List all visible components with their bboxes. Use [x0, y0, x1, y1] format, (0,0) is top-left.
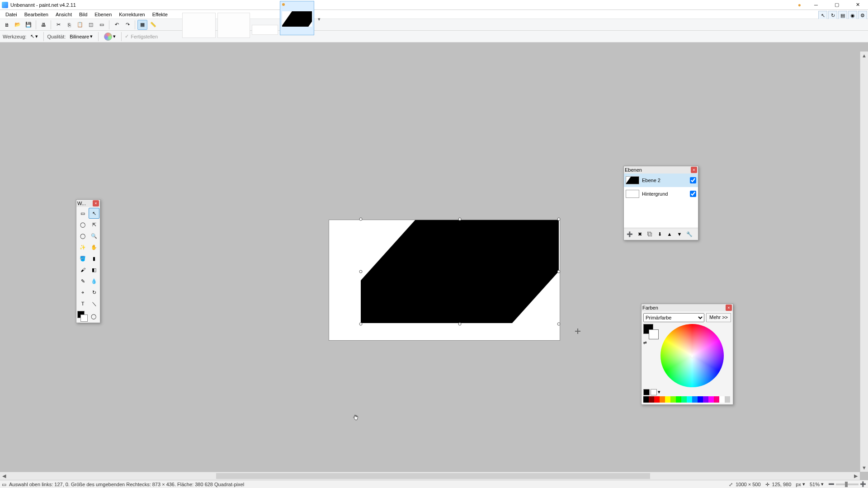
panel-close-icon[interactable]: ×	[691, 167, 697, 173]
black-swatch[interactable]	[643, 389, 650, 395]
color-picker-tool-icon[interactable]: 💧	[89, 276, 99, 286]
palette-dropdown-icon[interactable]: ▾	[658, 389, 662, 395]
menu-ebenen[interactable]: Ebenen	[91, 11, 115, 18]
layer-row[interactable]: Hintergrund	[624, 187, 698, 201]
brush-tool-icon[interactable]: 🖌	[77, 264, 88, 275]
menu-effekte[interactable]: Effekte	[149, 11, 171, 18]
palette-swatch[interactable]	[719, 396, 725, 403]
toggle-tools-icon[interactable]: ↖	[818, 11, 827, 20]
settings-icon[interactable]: ⚙	[858, 11, 867, 20]
pan-tool-icon[interactable]: ✋	[89, 242, 99, 253]
deselect-icon[interactable]: ▭	[97, 20, 107, 30]
move-handle-icon[interactable]	[575, 328, 580, 334]
handle-nw[interactable]	[359, 218, 363, 221]
clone-tool-icon[interactable]: ⌖	[77, 287, 88, 298]
line-tool-icon[interactable]: ＼	[89, 298, 99, 309]
magic-wand-tool-icon[interactable]: ✨	[77, 242, 88, 253]
horizontal-scrollbar[interactable]: ◀ ▶	[0, 472, 860, 480]
crop-icon[interactable]: ◫	[86, 20, 96, 30]
gradient-tool-icon[interactable]: ▮	[89, 253, 99, 264]
scroll-up-icon[interactable]: ▲	[860, 52, 868, 60]
layer-visibility-checkbox[interactable]	[690, 191, 696, 197]
palette-swatch[interactable]	[687, 396, 692, 403]
handle-e[interactable]	[557, 270, 561, 273]
canvas[interactable]	[329, 220, 560, 340]
redo-icon[interactable]: ↷	[123, 20, 132, 30]
palette-swatch[interactable]	[643, 396, 649, 403]
zoom-out-icon[interactable]: ➖	[828, 481, 835, 487]
unit-picker[interactable]: px▾	[796, 481, 805, 487]
new-file-icon[interactable]: 🗎	[2, 20, 12, 30]
toggle-layers-icon[interactable]: ▤	[838, 11, 847, 20]
layer-row[interactable]: Ebene 2	[624, 174, 698, 187]
thumb-placeholder[interactable]	[182, 13, 216, 38]
open-file-icon[interactable]: 📂	[13, 20, 23, 30]
thumb-overflow-icon[interactable]: ▾	[316, 5, 322, 33]
panel-close-icon[interactable]: ×	[726, 305, 732, 311]
undo-icon[interactable]: ↶	[112, 20, 122, 30]
palette-swatch[interactable]	[676, 396, 681, 403]
layer-properties-icon[interactable]: 🔧	[685, 230, 694, 239]
ellipse-select-tool-icon[interactable]: ◯	[77, 230, 88, 241]
lasso-tool-icon[interactable]: ◯	[77, 219, 88, 230]
delete-layer-icon[interactable]: ✖	[635, 230, 644, 239]
panel-close-icon[interactable]: ×	[93, 200, 99, 206]
handle-se[interactable]	[557, 323, 561, 326]
color-mode-select[interactable]: Primärfarbe	[643, 313, 704, 322]
selection-box[interactable]	[361, 219, 559, 324]
scroll-down-icon[interactable]: ▼	[860, 464, 868, 472]
tool-picker[interactable]: ↖ ▾	[28, 33, 40, 40]
color-swatches-icon[interactable]	[77, 311, 88, 322]
print-icon[interactable]: 🖶	[38, 20, 48, 30]
menu-bild[interactable]: Bild	[75, 11, 91, 18]
vertical-scrollbar[interactable]: ▲ ▼	[860, 52, 868, 472]
layers-panel[interactable]: Ebenen × Ebene 2 Hintergrund ➕ ✖ ⿻ ⬇ ▲ ▼…	[623, 166, 698, 240]
thumb-placeholder-2[interactable]	[217, 13, 250, 38]
more-button[interactable]: Mehr >>	[706, 313, 731, 322]
pencil-tool-icon[interactable]: ✎	[77, 276, 88, 286]
scroll-left-icon[interactable]: ◀	[0, 472, 8, 480]
palette-swatch[interactable]	[665, 396, 670, 403]
copy-icon[interactable]: ⎘	[64, 20, 74, 30]
save-file-icon[interactable]: 💾	[24, 20, 33, 30]
colors-panel[interactable]: Farben × Primärfarbe Mehr >> ⇄ ▾	[641, 304, 733, 405]
move-selection-tool-icon[interactable]: ⇱	[89, 219, 99, 230]
palette-swatch[interactable]	[692, 396, 698, 403]
palette-swatch[interactable]	[670, 396, 676, 403]
palette-swatch[interactable]	[714, 396, 719, 403]
paint-bucket-tool-icon[interactable]: 🪣	[77, 253, 88, 264]
toggle-history-icon[interactable]: ↻	[828, 11, 837, 20]
palette-swatch[interactable]	[654, 396, 660, 403]
palette-swatch[interactable]	[698, 396, 703, 403]
maximize-button[interactable]: ▢	[826, 0, 847, 10]
zoom-tool-icon[interactable]: 🔍	[89, 230, 99, 241]
grid-icon[interactable]: ▦	[137, 20, 147, 30]
scroll-right-icon[interactable]: ▶	[852, 472, 860, 480]
move-up-icon[interactable]: ▲	[665, 230, 674, 239]
menu-korrekturen[interactable]: Korrekturen	[115, 11, 148, 18]
white-swatch[interactable]	[651, 389, 657, 395]
zoom-picker[interactable]: 51%▾	[810, 481, 824, 487]
handle-w[interactable]	[359, 270, 363, 273]
zoom-slider[interactable]	[836, 483, 859, 485]
palette-swatch[interactable]	[708, 396, 714, 403]
duplicate-layer-icon[interactable]: ⿻	[645, 230, 654, 239]
sampling-picker[interactable]: ▾	[102, 32, 118, 42]
ruler-icon[interactable]: 📏	[148, 20, 158, 30]
palette-swatch[interactable]	[649, 396, 654, 403]
merge-down-icon[interactable]: ⬇	[655, 230, 664, 239]
hscroll-thumb[interactable]	[216, 473, 650, 479]
palette-swatch[interactable]	[703, 396, 708, 403]
minimize-button[interactable]: ─	[806, 0, 826, 10]
thumb-placeholder-3[interactable]	[252, 25, 278, 35]
primary-secondary-swatch[interactable]	[643, 324, 659, 339]
eraser-tool-icon[interactable]: ◧	[89, 264, 99, 275]
recolor-tool-icon[interactable]: ↻	[89, 287, 99, 298]
paste-icon[interactable]: 📋	[75, 20, 85, 30]
menu-datei[interactable]: Datei	[2, 11, 21, 18]
handle-ne[interactable]	[557, 218, 561, 221]
shapes-tool-icon[interactable]: ◯	[89, 311, 99, 322]
menu-ansicht[interactable]: Ansicht	[52, 11, 75, 18]
move-tool-icon[interactable]: ↖	[89, 208, 99, 219]
rect-select-tool-icon[interactable]: ▭	[77, 208, 88, 219]
